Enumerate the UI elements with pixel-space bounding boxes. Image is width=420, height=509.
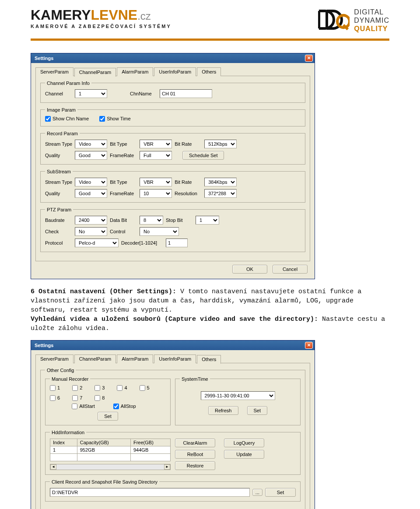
legend-ip: Image Param xyxy=(45,107,77,112)
rp-bitrate-select[interactable]: 512Kbps xyxy=(204,140,237,148)
mr-ch5[interactable]: 5 xyxy=(140,385,150,391)
clearalarm-button[interactable]: ClearAlarm xyxy=(175,439,215,447)
tab-serverparam[interactable]: ServerParam xyxy=(35,67,74,76)
browse-button[interactable]: ... xyxy=(252,489,262,496)
ss-streamtype-select[interactable]: Video xyxy=(75,178,107,186)
tab2-channelparam[interactable]: ChannelParam xyxy=(74,355,116,363)
mr-ch6-label: 6 xyxy=(57,395,60,400)
reboot-button[interactable]: ReBoot xyxy=(175,450,215,459)
logo-right: DIGITAL DYNAMIC QUALITY xyxy=(318,8,389,33)
rp-quality-select[interactable]: Good xyxy=(75,151,107,160)
close-icon[interactable]: ✕ xyxy=(305,342,313,349)
baudrate-select[interactable]: 2400 xyxy=(75,216,107,225)
tab-userinfo[interactable]: UserInfoParam xyxy=(154,67,196,76)
rp-bittype-select[interactable]: VBR xyxy=(140,140,172,148)
tab2-alarmparam[interactable]: AlarmParam xyxy=(117,355,153,363)
group-channel-param-info: Channel Param Info Channel 1 ChnName xyxy=(40,81,305,103)
show-time-chk[interactable]: Show Time xyxy=(99,116,130,122)
header-row: KAMERYLEVNE.cz KAMEROVÉ A ZABEZPEČOVACÍ … xyxy=(31,8,389,33)
mr-ch1-label: 1 xyxy=(57,385,60,390)
mr-ch2[interactable]: 2 xyxy=(72,385,82,391)
cancel-button[interactable]: Cancel xyxy=(273,265,308,274)
label-bittype: Bit Type xyxy=(110,141,137,147)
path-set-button[interactable]: Set xyxy=(265,488,296,497)
titlebar-1: Settings ✕ xyxy=(31,53,315,63)
mr-ch4[interactable]: 4 xyxy=(117,385,127,391)
tab2-serverparam[interactable]: ServerParam xyxy=(35,355,74,363)
allstart-label: AllStart xyxy=(79,404,94,409)
settings-dialog-1: Settings ✕ ServerParam ChannelParam Alar… xyxy=(31,53,315,279)
ss-bittype-select[interactable]: VBR xyxy=(140,178,172,186)
logquery-button[interactable]: LogQuery xyxy=(224,439,264,447)
group-client-record: Client Record and Snapshot File Saving D… xyxy=(45,479,301,502)
mr-ch7[interactable]: 7 xyxy=(72,395,82,401)
ss-quality-select[interactable]: Good xyxy=(75,189,107,198)
hdd-scrollbar[interactable]: ◄ ► xyxy=(50,464,171,470)
ss-bitrate-select[interactable]: 384Kbps xyxy=(204,178,237,186)
hdd-row-1: 1 952GB 944GB xyxy=(50,446,171,453)
tab2-userinfo[interactable]: UserInfoParam xyxy=(154,355,196,363)
tab-alarmparam[interactable]: AlarmParam xyxy=(117,67,153,76)
mr-ch8[interactable]: 8 xyxy=(94,395,105,401)
check-select[interactable]: No xyxy=(75,227,107,236)
update-button[interactable]: Update xyxy=(224,450,264,459)
rp-framerate-select[interactable]: Full xyxy=(140,151,172,160)
mr-ch6[interactable]: 6 xyxy=(50,395,60,401)
chnname-input[interactable] xyxy=(160,89,212,98)
content: Settings ✕ ServerParam ChannelParam Alar… xyxy=(0,44,420,509)
systemtime-select[interactable]: 2999-11-30 09:41:00 xyxy=(201,391,275,400)
body-text: 6 Ostatní nastavení (Other Settings): V … xyxy=(31,287,389,333)
channel-select[interactable]: 1 xyxy=(75,89,107,98)
tab2-others[interactable]: Others xyxy=(197,355,221,364)
label-protocol: Protocol xyxy=(45,240,72,246)
hdd-buttons: ClearAlarm LogQuery ReBoot Update Restor… xyxy=(175,439,296,470)
tab-channelparam[interactable]: ChannelParam xyxy=(74,68,116,77)
group-other-config: Other Config Manual Recorder 1 2 3 4 5 xyxy=(40,368,305,509)
page-header: KAMERYLEVNE.cz KAMEROVÉ A ZABEZPEČOVACÍ … xyxy=(0,0,420,44)
ss-framerate-select[interactable]: 10 xyxy=(140,189,172,198)
group-manual-recorder: Manual Recorder 1 2 3 4 5 6 7 8 xyxy=(45,376,171,425)
control-select[interactable]: No xyxy=(140,227,179,236)
label-decoder: Decoder[1-1024] xyxy=(121,240,163,246)
logo-subtitle: KAMEROVÉ A ZABEZPEČOVACÍ SYSTÉMY xyxy=(31,24,172,29)
legend-st: SystemTime xyxy=(180,376,210,382)
legend-cr: Client Record and Snapshot File Saving D… xyxy=(50,479,159,484)
logo-cz: .cz xyxy=(137,10,151,22)
save-path-input[interactable] xyxy=(50,488,250,497)
logo-left: KAMERYLEVNE.cz KAMEROVÉ A ZABEZPEČOVACÍ … xyxy=(31,8,172,29)
label-streamtype: Stream Type xyxy=(45,141,72,147)
ss-resolution-select[interactable]: 372*288 xyxy=(204,189,237,198)
schedule-set-button[interactable]: Schedule Set xyxy=(182,151,224,160)
refresh-button[interactable]: Refresh xyxy=(208,406,238,415)
close-icon[interactable]: ✕ xyxy=(305,55,313,62)
databit-select[interactable]: 8 xyxy=(140,216,163,225)
stopbit-select[interactable]: 1 xyxy=(196,216,219,225)
st-set-button[interactable]: Set xyxy=(247,406,268,415)
ok-button[interactable]: OK xyxy=(232,265,267,274)
scroll-right-icon[interactable]: ► xyxy=(164,464,170,470)
restore-button[interactable]: Restore xyxy=(175,461,215,470)
scroll-left-icon[interactable]: ◄ xyxy=(50,464,56,470)
mr-ch3[interactable]: 3 xyxy=(94,385,105,391)
label-ss-framerate: FrameRate xyxy=(110,191,137,196)
rp-streamtype-select[interactable]: Video xyxy=(75,140,107,148)
label-ss-bittype: Bit Type xyxy=(110,179,137,185)
mr-ch8-label: 8 xyxy=(102,395,105,400)
label-baudrate: Baudrate xyxy=(45,218,72,223)
header-rule xyxy=(31,39,389,41)
tab-others[interactable]: Others xyxy=(197,67,221,76)
hdd-header-row: Index Capacity(GB) Free(GB) xyxy=(50,439,171,446)
label-chnname: ChnName xyxy=(130,91,157,96)
allstart-chk[interactable]: AllStart xyxy=(72,404,94,409)
protocol-select[interactable]: Pelco-d xyxy=(75,239,119,247)
label-framerate: FrameRate xyxy=(110,153,137,158)
show-chn-name-chk[interactable]: Show Chn Name xyxy=(45,116,89,122)
tabpanel-2: Other Config Manual Recorder 1 2 3 4 5 xyxy=(35,363,310,509)
para-7: Vyhledání videa a uložení souborů (Captu… xyxy=(31,315,389,333)
dialog-body-2: ServerParam ChannelParam AlarmParam User… xyxy=(31,350,315,509)
hdd-col-index: Index xyxy=(50,439,77,446)
mr-set-button[interactable]: Set xyxy=(98,412,118,421)
decoder-input[interactable] xyxy=(166,239,188,247)
mr-ch1[interactable]: 1 xyxy=(50,385,60,391)
allstop-chk[interactable]: AllStop xyxy=(113,404,136,409)
